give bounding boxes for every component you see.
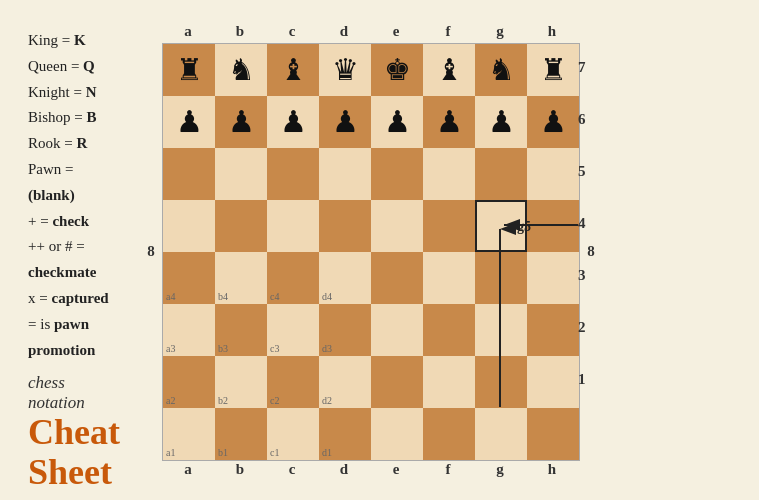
col-label-g: g <box>474 23 526 40</box>
cell-f7: ♟ <box>423 96 475 148</box>
col-label-a: a <box>162 23 214 40</box>
col-label-bottom-e: e <box>370 461 422 478</box>
cell-g2 <box>475 356 527 408</box>
cell-d1: d1 <box>319 408 371 460</box>
col-label-bottom-f: f <box>422 461 474 478</box>
col-label-bottom-h: h <box>526 461 578 478</box>
cell-a8: ♜ <box>163 44 215 96</box>
cell-a6 <box>163 148 215 200</box>
cell-d5 <box>319 200 371 252</box>
cell-f3 <box>423 304 475 356</box>
cell-d7: ♟ <box>319 96 371 148</box>
cell-e2 <box>371 356 423 408</box>
cell-f2 <box>423 356 475 408</box>
notation-row-checkmate: ++ or # = checkmate <box>28 234 120 286</box>
cell-c4: c4 <box>267 252 319 304</box>
cell-b8: ♞ <box>215 44 267 96</box>
left-panel: King = K Queen = Q Knight = N Bishop = B… <box>0 0 140 500</box>
board-wrapper: a b c d e f g h 8 ♜ ♞ ♝ ♛ ♚ <box>140 23 759 478</box>
notation-row-captured: x = captured <box>28 286 120 312</box>
cell-b5 <box>215 200 267 252</box>
cell-b3: b3 <box>215 304 267 356</box>
col-label-b: b <box>214 23 266 40</box>
cell-h7: ♟ <box>527 96 579 148</box>
col-label-bottom-b: b <box>214 461 266 478</box>
notation-row-knight: Knight = N <box>28 80 120 106</box>
notation-row-check: + = check <box>28 209 120 235</box>
cell-g7: ♟ <box>475 96 527 148</box>
col-label-d: d <box>318 23 370 40</box>
col-labels-bottom: a b c d e f g h <box>162 461 759 478</box>
cell-a2: a2 <box>163 356 215 408</box>
cell-b6 <box>215 148 267 200</box>
cell-h4 <box>527 252 579 304</box>
notation-list: King = K Queen = Q Knight = N Bishop = B… <box>28 28 120 363</box>
cell-g6 <box>475 148 527 200</box>
col-label-f: f <box>422 23 474 40</box>
notation-row-rook: Rook = R <box>28 131 120 157</box>
cell-d4: d4 <box>319 252 371 304</box>
notation-row-pawn: Pawn = (blank) <box>28 157 120 209</box>
row-label-8-right: 8 <box>580 243 602 260</box>
cell-c7: ♟ <box>267 96 319 148</box>
subtitle: chess notation <box>28 373 120 413</box>
cell-g5 <box>475 200 527 252</box>
col-label-bottom-g: g <box>474 461 526 478</box>
cell-b2: b2 <box>215 356 267 408</box>
cell-e4 <box>371 252 423 304</box>
title-section: chess notation Cheat Sheet <box>28 363 120 492</box>
annotation-wrapper: ♜ ♞ ♝ ♛ ♚ ♝ ♞ ♜ ♟ ♟ ♟ ♟ ♟ ♟ <box>162 43 580 461</box>
col-labels-top: a b c d e f g h <box>162 23 759 40</box>
cell-c6 <box>267 148 319 200</box>
cell-h1 <box>527 408 579 460</box>
col-label-c: c <box>266 23 318 40</box>
cell-a3: a3 <box>163 304 215 356</box>
cell-d3: d3 <box>319 304 371 356</box>
cell-f1 <box>423 408 475 460</box>
cell-f4 <box>423 252 475 304</box>
cell-c1: c1 <box>267 408 319 460</box>
notation-row-bishop: Bishop = B <box>28 105 120 131</box>
col-label-bottom-a: a <box>162 461 214 478</box>
cell-c3: c3 <box>267 304 319 356</box>
cell-b4: b4 <box>215 252 267 304</box>
cell-e3 <box>371 304 423 356</box>
main-title: Cheat Sheet <box>28 413 120 492</box>
cell-g3 <box>475 304 527 356</box>
cell-f5 <box>423 200 475 252</box>
cell-h8: ♜ <box>527 44 579 96</box>
cell-e7: ♟ <box>371 96 423 148</box>
cell-c8: ♝ <box>267 44 319 96</box>
cell-d6 <box>319 148 371 200</box>
cell-a5 <box>163 200 215 252</box>
col-label-bottom-d: d <box>318 461 370 478</box>
cell-e6 <box>371 148 423 200</box>
right-panel: a b c d e f g h 8 ♜ ♞ ♝ ♛ ♚ <box>140 0 759 500</box>
col-label-e: e <box>370 23 422 40</box>
row-label-8: 8 <box>140 243 162 260</box>
cell-g4 <box>475 252 527 304</box>
cell-h6 <box>527 148 579 200</box>
cell-f6 <box>423 148 475 200</box>
cell-d2: d2 <box>319 356 371 408</box>
cell-c2: c2 <box>267 356 319 408</box>
notation-row-king: King = K <box>28 28 120 54</box>
cell-e8: ♚ <box>371 44 423 96</box>
cell-g1 <box>475 408 527 460</box>
cell-h2 <box>527 356 579 408</box>
cell-a1: a1 <box>163 408 215 460</box>
cell-g8: ♞ <box>475 44 527 96</box>
cell-a4: a4 <box>163 252 215 304</box>
cell-b1: b1 <box>215 408 267 460</box>
cell-e1 <box>371 408 423 460</box>
cell-b7: ♟ <box>215 96 267 148</box>
cell-e5 <box>371 200 423 252</box>
chess-board: ♜ ♞ ♝ ♛ ♚ ♝ ♞ ♜ ♟ ♟ ♟ ♟ ♟ ♟ <box>162 43 580 461</box>
board-row-8: 8 ♜ ♞ ♝ ♛ ♚ ♝ ♞ ♜ ♟ ♟ <box>140 43 759 461</box>
cell-a7: ♟ <box>163 96 215 148</box>
cell-h5 <box>527 200 579 252</box>
cell-c5 <box>267 200 319 252</box>
notation-row-queen: Queen = Q <box>28 54 120 80</box>
cell-d8: ♛ <box>319 44 371 96</box>
cell-h3 <box>527 304 579 356</box>
